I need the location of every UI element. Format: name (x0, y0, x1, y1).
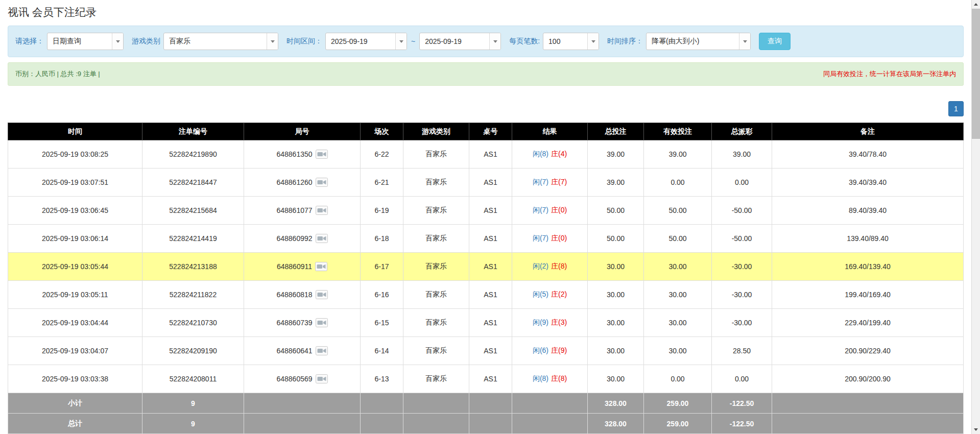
search-button[interactable]: 查询 (759, 33, 791, 50)
query-type-select[interactable]: 日期查询 (47, 33, 124, 50)
video-camera-icon[interactable] (316, 346, 328, 355)
cell-time: 2025-09-19 03:04:44 (8, 309, 142, 337)
video-camera-icon[interactable] (316, 234, 328, 243)
page-size-select[interactable]: 100 (543, 33, 599, 50)
cell-table: AS1 (469, 197, 512, 225)
cell-table: AS1 (469, 337, 512, 365)
video-camera-icon[interactable] (316, 318, 328, 327)
result-player: 闲(7) (533, 206, 548, 214)
cell-total-bet[interactable]: 50.00 (588, 197, 644, 225)
cell-payout: -50.00 (712, 225, 772, 253)
cell-bet-id: 522824210730 (142, 309, 244, 337)
cell-session: 6-15 (361, 309, 403, 337)
video-camera-icon[interactable] (316, 150, 328, 159)
cell-round: 648860641 (244, 337, 361, 365)
scrollbar-up-arrow-icon[interactable] (972, 0, 980, 9)
cell-payout: -30.00 (712, 253, 772, 281)
chevron-down-icon[interactable] (395, 33, 407, 50)
table-row: 2025-09-19 03:03:38 522824208011 6488605… (8, 365, 964, 393)
cell-result: 闲(6)庄(9) (512, 337, 588, 365)
cell-bet-id: 522824213188 (142, 253, 244, 281)
total-row: 总计 9 328.00 259.00 -122.50 (8, 414, 964, 434)
total-valid-bet: 259.00 (644, 414, 712, 434)
result-banker: 庄(8) (551, 374, 567, 382)
total-count: 9 (142, 414, 244, 434)
cell-total-bet[interactable]: 30.00 (588, 365, 644, 393)
video-camera-icon[interactable] (316, 206, 328, 215)
cell-round: 648860739 (244, 309, 361, 337)
cell-table: AS1 (469, 281, 512, 309)
cell-total-bet[interactable]: 30.00 (588, 337, 644, 365)
cell-payout: 28.50 (712, 337, 772, 365)
cell-valid-bet: 39.00 (644, 140, 712, 168)
round-number: 648860818 (276, 291, 312, 299)
cell-bet-id: 522824218447 (142, 168, 244, 197)
page-button-1[interactable]: 1 (948, 101, 964, 116)
col-header-time: 时间 (8, 123, 142, 140)
date-to-select[interactable]: 2025-09-19 (419, 33, 501, 50)
subtotal-payout: -122.50 (712, 393, 772, 414)
date-to-value[interactable]: 2025-09-19 (420, 33, 489, 50)
round-number: 648860911 (277, 262, 312, 271)
video-camera-icon[interactable] (316, 374, 328, 383)
date-from-select[interactable]: 2025-09-19 (325, 33, 407, 50)
cell-note: 89.40/39.40 (772, 197, 964, 225)
cell-total-bet[interactable]: 50.00 (588, 225, 644, 253)
cell-total-bet[interactable]: 39.00 (588, 168, 644, 197)
table-row: 2025-09-19 03:04:07 522824209190 6488606… (8, 337, 964, 365)
round-number: 648861077 (276, 206, 312, 214)
cell-bet-id: 522824219890 (142, 140, 244, 168)
table-row: 2025-09-19 03:08:25 522824219890 6488613… (8, 140, 964, 168)
cell-table: AS1 (469, 225, 512, 253)
vertical-scrollbar[interactable] (971, 0, 980, 434)
chevron-down-icon[interactable] (267, 33, 278, 50)
cell-total-bet[interactable]: 30.00 (588, 253, 644, 281)
query-type-value[interactable]: 日期查询 (47, 33, 112, 50)
video-camera-icon[interactable] (315, 262, 327, 271)
subtotal-row: 小计 9 328.00 259.00 -122.50 (8, 393, 964, 414)
cell-table: AS1 (469, 140, 512, 168)
cell-total-bet[interactable]: 30.00 (588, 309, 644, 337)
game-type-value[interactable]: 百家乐 (164, 33, 267, 50)
cell-payout: 39.00 (712, 140, 772, 168)
round-number: 648860641 (276, 347, 312, 355)
video-camera-icon[interactable] (316, 178, 328, 187)
game-type-label: 游戏类别 (132, 37, 160, 46)
scrollbar-thumb[interactable] (972, 9, 980, 139)
page-size-value[interactable]: 100 (543, 33, 587, 50)
game-type-select[interactable]: 百家乐 (163, 33, 278, 50)
date-from-value[interactable]: 2025-09-19 (326, 33, 395, 50)
cell-total-bet[interactable]: 30.00 (588, 281, 644, 309)
cell-total-bet[interactable]: 39.00 (588, 140, 644, 168)
sort-order-select[interactable]: 降幂(由大到小) (646, 33, 751, 50)
cell-valid-bet: 0.00 (644, 168, 712, 197)
cell-result: 闲(7)庄(0) (512, 225, 588, 253)
subtotal-valid-bet: 259.00 (644, 393, 712, 414)
page-size-label: 每页笔数: (509, 37, 540, 46)
page-title: 视讯 会员下注纪录 (8, 5, 964, 19)
sort-order-value[interactable]: 降幂(由大到小) (647, 33, 739, 50)
cell-round: 648861350 (244, 140, 361, 168)
chevron-down-icon[interactable] (587, 33, 599, 50)
cell-time: 2025-09-19 03:04:07 (8, 337, 142, 365)
video-camera-icon[interactable] (316, 290, 328, 299)
cell-note: 39.40/39.40 (772, 168, 964, 197)
cell-time: 2025-09-19 03:08:25 (8, 140, 142, 168)
col-header-bet-id: 注单编号 (142, 123, 244, 140)
cell-session: 6-16 (361, 281, 403, 309)
cell-game-type: 百家乐 (403, 309, 469, 337)
chevron-down-icon[interactable] (739, 33, 750, 50)
cell-time: 2025-09-19 03:06:14 (8, 225, 142, 253)
cell-result: 闲(2)庄(8) (512, 253, 588, 281)
cell-note: 139.40/89.40 (772, 225, 964, 253)
chevron-down-icon[interactable] (489, 33, 500, 50)
cell-bet-id: 522824215684 (142, 197, 244, 225)
cell-session: 6-22 (361, 140, 403, 168)
cell-result: 闲(8)庄(4) (512, 140, 588, 168)
round-number: 648861260 (276, 178, 312, 186)
scrollbar-down-arrow-icon[interactable] (972, 425, 980, 434)
result-player: 闲(6) (533, 346, 548, 354)
pagination: 1 (8, 101, 964, 116)
cell-game-type: 百家乐 (403, 253, 469, 281)
chevron-down-icon[interactable] (112, 33, 123, 50)
